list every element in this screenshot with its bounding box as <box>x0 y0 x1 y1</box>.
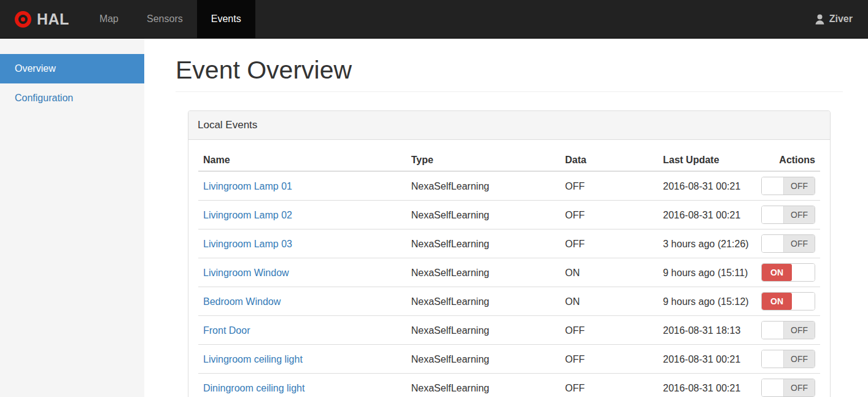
toggle-off-label: OFF <box>784 379 815 396</box>
layout: OverviewConfiguration Event Overview Loc… <box>0 39 868 397</box>
event-name-cell: Livingroom ceiling light <box>198 345 406 374</box>
toggle-off-label: OFF <box>784 235 815 252</box>
toggle-switch[interactable]: OFF <box>761 350 815 368</box>
event-actions-cell: ON <box>756 287 820 316</box>
event-type-cell: NexaSelfLearning <box>406 316 560 345</box>
event-name-cell: Livingroom Window <box>198 258 406 287</box>
table-row: Livingroom Lamp 03NexaSelfLearningOFF3 h… <box>198 229 820 258</box>
event-name-link[interactable]: Livingroom Lamp 02 <box>203 210 292 220</box>
toggle-handle <box>762 379 784 396</box>
toggle-switch[interactable]: OFF <box>761 379 815 397</box>
toggle-handle <box>762 206 784 223</box>
event-last-update-cell: 2016-08-31 00:21 <box>658 171 756 201</box>
hal-logo-icon <box>15 11 31 28</box>
page-title: Event Overview <box>176 56 843 92</box>
sidebar-item-configuration[interactable]: Configuration <box>0 83 144 113</box>
local-events-panel: Local Events NameTypeDataLast UpdateActi… <box>188 110 831 397</box>
event-name-link[interactable]: Livingroom Window <box>203 268 289 278</box>
panel-heading: Local Events <box>188 111 830 140</box>
table-row: Livingroom Lamp 02NexaSelfLearningOFF201… <box>198 201 820 229</box>
column-header-actions: Actions <box>756 150 820 171</box>
column-header-name: Name <box>198 150 406 171</box>
event-type-cell: NexaSelfLearning <box>406 171 560 201</box>
event-name-link[interactable]: Diningroom ceiling light <box>203 383 304 393</box>
toggle-off-label: OFF <box>784 206 815 223</box>
brand-label: HAL <box>37 10 69 28</box>
event-type-cell: NexaSelfLearning <box>406 345 560 374</box>
event-data-cell: ON <box>560 287 658 316</box>
toggle-off-label: OFF <box>784 177 815 195</box>
toggle-switch[interactable]: ON <box>761 292 815 310</box>
event-data-cell: OFF <box>560 171 658 201</box>
event-last-update-cell: 2016-08-31 18:13 <box>658 316 756 345</box>
toggle-switch[interactable]: OFF <box>761 177 815 195</box>
event-actions-cell: OFF <box>756 345 820 374</box>
event-name-cell: Livingroom Lamp 02 <box>198 201 406 229</box>
event-last-update-cell: 2016-08-31 00:21 <box>658 374 756 397</box>
toggle-off-label: OFF <box>784 350 815 368</box>
nav-item-sensors[interactable]: Sensors <box>133 0 197 38</box>
event-name-link[interactable]: Bedroom Window <box>203 296 281 307</box>
toggle-on-label: ON <box>762 264 792 281</box>
event-actions-cell: OFF <box>756 316 820 345</box>
event-last-update-cell: 2016-08-31 00:21 <box>658 201 756 229</box>
table-row: Livingroom ceiling lightNexaSelfLearning… <box>198 345 820 374</box>
event-data-cell: OFF <box>560 201 658 229</box>
toggle-switch[interactable]: OFF <box>761 321 815 339</box>
toggle-switch[interactable]: ON <box>761 263 815 282</box>
brand[interactable]: HAL <box>0 0 78 38</box>
event-type-cell: NexaSelfLearning <box>406 287 560 316</box>
event-data-cell: OFF <box>560 316 658 345</box>
event-actions-cell: ON <box>756 258 820 287</box>
event-data-cell: OFF <box>560 374 658 397</box>
event-type-cell: NexaSelfLearning <box>406 258 560 287</box>
panel-body: NameTypeDataLast UpdateActions Livingroo… <box>188 140 830 397</box>
events-table: NameTypeDataLast UpdateActions Livingroo… <box>198 150 820 397</box>
user-icon <box>814 13 826 25</box>
table-header-row: NameTypeDataLast UpdateActions <box>198 150 820 171</box>
event-last-update-cell: 9 hours ago (15:11) <box>658 258 756 287</box>
event-type-cell: NexaSelfLearning <box>406 374 560 397</box>
event-name-link[interactable]: Front Door <box>203 325 250 336</box>
toggle-switch[interactable]: OFF <box>761 234 815 253</box>
user-name: Ziver <box>829 13 853 25</box>
event-name-link[interactable]: Livingroom Lamp 03 <box>203 239 292 249</box>
event-type-cell: NexaSelfLearning <box>406 229 560 258</box>
toggle-handle <box>762 177 784 195</box>
toggle-handle <box>762 235 784 252</box>
event-name-cell: Front Door <box>198 316 406 345</box>
event-name-link[interactable]: Livingroom Lamp 01 <box>203 181 292 191</box>
event-last-update-cell: 2016-08-31 00:21 <box>658 345 756 374</box>
table-row: Livingroom Lamp 01NexaSelfLearningOFF201… <box>198 171 820 201</box>
event-name-link[interactable]: Livingroom ceiling light <box>203 354 303 364</box>
toggle-handle <box>792 264 815 281</box>
event-data-cell: ON <box>560 258 658 287</box>
event-last-update-cell: 3 hours ago (21:26) <box>658 229 756 258</box>
toggle-handle <box>762 350 784 368</box>
toggle-handle <box>792 293 815 310</box>
table-row: Bedroom WindowNexaSelfLearningON9 hours … <box>198 287 820 316</box>
event-actions-cell: OFF <box>756 171 820 201</box>
navbar-spacer <box>255 0 799 38</box>
nav-item-events[interactable]: Events <box>197 0 255 38</box>
column-header-data: Data <box>560 150 658 171</box>
sidebar: OverviewConfiguration <box>0 39 144 397</box>
column-header-type: Type <box>406 150 560 171</box>
event-name-cell: Livingroom Lamp 01 <box>198 171 406 201</box>
table-row: Diningroom ceiling lightNexaSelfLearning… <box>198 374 820 397</box>
event-name-cell: Diningroom ceiling light <box>198 374 406 397</box>
column-header-update: Last Update <box>658 150 756 171</box>
event-actions-cell: OFF <box>756 229 820 258</box>
user-menu[interactable]: Ziver <box>799 0 868 38</box>
event-data-cell: OFF <box>560 345 658 374</box>
event-last-update-cell: 9 hours ago (15:12) <box>658 287 756 316</box>
event-data-cell: OFF <box>560 229 658 258</box>
nav-item-map[interactable]: Map <box>85 0 133 38</box>
main-nav: MapSensorsEvents <box>85 0 255 38</box>
table-row: Livingroom WindowNexaSelfLearningON9 hou… <box>198 258 820 287</box>
event-actions-cell: OFF <box>756 201 820 229</box>
sidebar-item-overview[interactable]: Overview <box>0 54 144 83</box>
toggle-switch[interactable]: OFF <box>761 206 815 224</box>
event-name-cell: Bedroom Window <box>198 287 406 316</box>
main-content: Event Overview Local Events NameTypeData… <box>144 39 868 397</box>
